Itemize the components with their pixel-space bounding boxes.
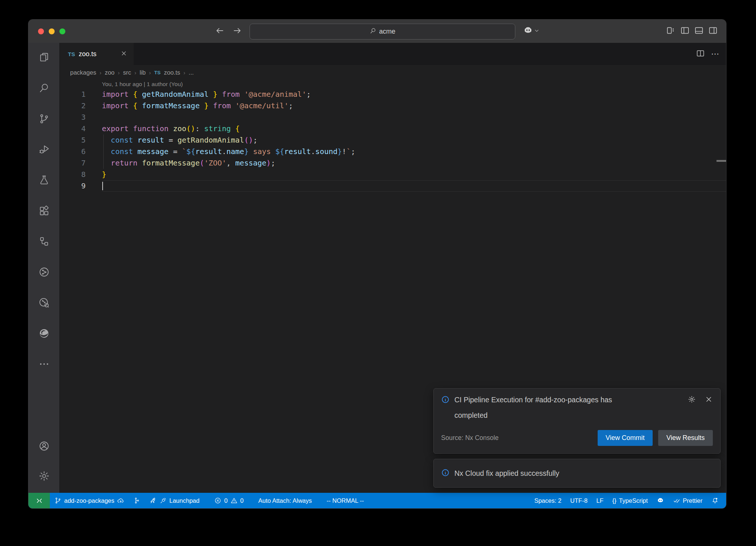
search-icon[interactable]	[38, 82, 50, 94]
code-line-4[interactable]: 4export function zoo(): string {	[60, 123, 726, 134]
branch-status-item[interactable]: add-zoo-packages	[50, 493, 129, 508]
edge-browser-icon[interactable]	[38, 328, 50, 339]
line-number: 8	[60, 169, 102, 180]
line-content	[102, 112, 726, 123]
breadcrumb-more[interactable]: ...	[189, 69, 194, 76]
chevron-right-icon: ›	[183, 69, 185, 76]
navigate-back-icon[interactable]	[215, 26, 224, 37]
tab-bar: TS zoo.ts ⋯	[60, 43, 726, 65]
remote-icon	[35, 497, 43, 505]
notification-toast: Nx Cloud fix applied successfully	[433, 459, 721, 488]
codelens-blame[interactable]: You, 1 hour ago | 1 author (You)	[60, 80, 726, 89]
chevron-right-icon: ›	[134, 69, 136, 76]
more-views-icon[interactable]	[38, 358, 50, 370]
line-number: 1	[60, 89, 102, 100]
eol-status-item[interactable]: LF	[592, 493, 608, 508]
errors-icon	[214, 497, 221, 504]
extensions-icon[interactable]	[38, 205, 50, 216]
code-line-3[interactable]: 3	[60, 112, 726, 123]
code-line-1[interactable]: 1import { getRandomAnimal } from '@acme/…	[60, 89, 726, 100]
language-status-brackets-icon: {}	[612, 497, 616, 504]
code-line-6[interactable]: 6 const message = `${result.name} says $…	[60, 146, 726, 157]
view-commit-button[interactable]: View Commit	[598, 430, 653, 446]
line-number: 2	[60, 100, 102, 112]
breadcrumb-file[interactable]: zoo.ts	[164, 69, 180, 76]
bell-dot-icon	[711, 497, 719, 504]
testing-icon[interactable]	[38, 174, 50, 186]
warnings-icon	[230, 497, 238, 504]
line-content: import { formatMessage } from '@acme/uti…	[102, 100, 726, 112]
problems-status-item[interactable]: 0 0	[210, 493, 248, 508]
customize-layout-icon[interactable]	[666, 25, 676, 37]
notifications-bell-status-item[interactable]	[707, 493, 723, 508]
view-results-button[interactable]: View Results	[658, 430, 713, 446]
toggle-secondary-sidebar-icon[interactable]	[708, 25, 718, 37]
chevron-right-icon: ›	[149, 69, 151, 76]
prettier-status-item[interactable]: Prettier	[669, 493, 707, 508]
toggle-primary-sidebar-icon[interactable]	[680, 25, 690, 37]
editor-group: TS zoo.ts ⋯ packages› zoo› src› lib› TS …	[60, 43, 726, 493]
notification-settings-gear-icon[interactable]	[688, 395, 696, 405]
launchpad-status-item[interactable]: Launchpad	[145, 493, 204, 508]
indentation-status-item[interactable]: Spaces: 2	[530, 493, 566, 508]
branch-name: add-zoo-packages	[64, 497, 114, 504]
settings-gear-icon[interactable]	[38, 470, 50, 482]
run-and-debug-icon[interactable]	[38, 144, 50, 155]
info-icon	[441, 468, 450, 478]
overview-ruler-mark	[717, 160, 726, 162]
vim-mode-status-item[interactable]: -- NORMAL --	[322, 493, 368, 508]
command-center-search[interactable]: acme	[250, 24, 515, 40]
indent-guide	[103, 146, 104, 157]
code-lines: 1import { getRandomAnimal } from '@acme/…	[60, 89, 726, 192]
toggle-panel-icon[interactable]	[694, 25, 704, 37]
status-bar: add-zoo-packages Launchpad 0 0 Auto Atta…	[28, 493, 726, 508]
indent-guide	[103, 134, 104, 146]
breadcrumb: packages› zoo› src› lib› TS zoo.ts› ...	[60, 65, 726, 80]
close-window-button[interactable]	[38, 28, 44, 34]
code-line-7[interactable]: 7 return formatMessage('ZOO', message);	[60, 157, 726, 169]
language-status-item[interactable]: {} TypeScript	[608, 493, 652, 508]
encoding-status-item[interactable]: UTF-8	[566, 493, 592, 508]
split-editor-icon[interactable]	[696, 49, 705, 59]
code-line-5[interactable]: 5 const result = getRandomAnimal();	[60, 134, 726, 146]
git-graph-status-item[interactable]	[129, 493, 145, 508]
title-bar: acme	[28, 20, 726, 43]
window-controls	[38, 28, 65, 34]
type-hierarchy-icon[interactable]	[38, 236, 50, 247]
nx-console-icon[interactable]	[38, 266, 50, 278]
breadcrumb-item[interactable]: src	[123, 69, 131, 76]
source-control-icon[interactable]	[38, 113, 50, 124]
line-content: const message = `${result.name} says ${r…	[102, 146, 726, 157]
remote-indicator[interactable]	[28, 493, 50, 508]
navigate-forward-icon[interactable]	[233, 26, 242, 37]
tab-zoo-ts[interactable]: TS zoo.ts	[60, 43, 134, 65]
info-icon	[441, 395, 450, 405]
explorer-icon[interactable]	[38, 52, 50, 63]
notification-message: CI Pipeline Execution for #add-zoo-packa…	[454, 392, 632, 423]
launchpad-label: Launchpad	[169, 497, 200, 504]
code-line-8[interactable]: 8}	[60, 169, 726, 180]
auto-attach-status-item[interactable]: Auto Attach: Always	[254, 493, 316, 508]
copilot-icon[interactable]	[523, 25, 533, 37]
close-notification-icon[interactable]	[705, 395, 713, 405]
close-tab-icon[interactable]	[121, 50, 127, 58]
account-icon[interactable]	[38, 440, 50, 452]
code-line-2[interactable]: 2import { formatMessage } from '@acme/ut…	[60, 100, 726, 112]
chevron-down-icon[interactable]	[534, 28, 540, 35]
breadcrumb-item[interactable]: lib	[140, 69, 146, 76]
minimize-window-button[interactable]	[49, 28, 55, 34]
more-actions-icon[interactable]: ⋯	[711, 49, 719, 59]
line-content: return formatMessage('ZOO', message);	[102, 157, 726, 169]
notification-toast: CI Pipeline Execution for #add-zoo-packa…	[433, 388, 721, 454]
code-line-9[interactable]: 9	[60, 180, 726, 192]
zoom-window-button[interactable]	[59, 28, 65, 34]
nx-project-graph-icon[interactable]	[38, 297, 50, 308]
line-content: export function zoo(): string {	[102, 123, 726, 134]
notification-source: Source: Nx Console	[441, 434, 499, 442]
chevron-right-icon: ›	[118, 69, 120, 76]
copilot-status-item[interactable]	[652, 493, 669, 508]
breadcrumb-item[interactable]: zoo	[105, 69, 115, 76]
search-value: acme	[379, 28, 395, 35]
breadcrumb-item[interactable]: packages	[70, 69, 96, 76]
cloud-upload-icon	[117, 497, 124, 504]
